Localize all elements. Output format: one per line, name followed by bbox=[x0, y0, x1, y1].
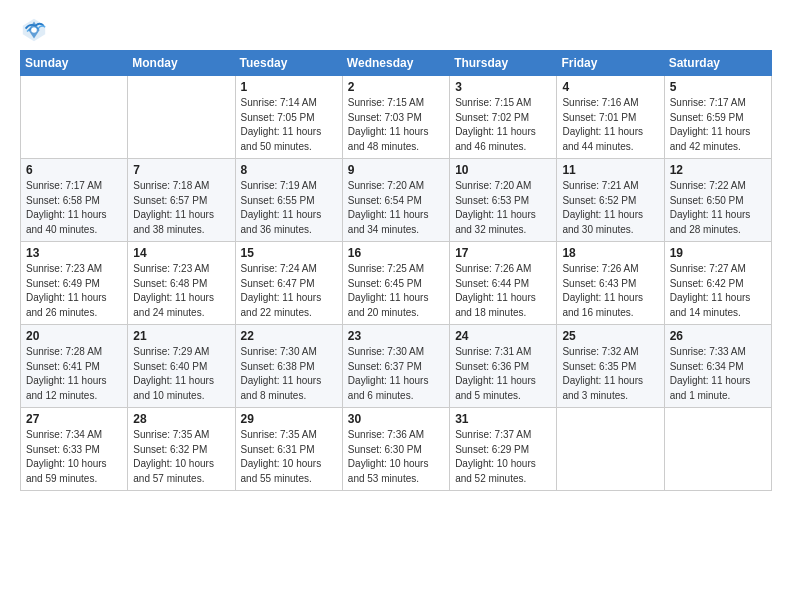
calendar-cell: 30 Sunrise: 7:36 AMSunset: 6:30 PMDaylig… bbox=[342, 408, 449, 491]
day-detail: Sunrise: 7:35 AMSunset: 6:31 PMDaylight:… bbox=[241, 429, 322, 484]
calendar-cell bbox=[557, 408, 664, 491]
day-number: 22 bbox=[241, 329, 337, 343]
day-number: 8 bbox=[241, 163, 337, 177]
calendar-cell: 23 Sunrise: 7:30 AMSunset: 6:37 PMDaylig… bbox=[342, 325, 449, 408]
day-number: 11 bbox=[562, 163, 658, 177]
day-number: 28 bbox=[133, 412, 229, 426]
day-number: 24 bbox=[455, 329, 551, 343]
calendar-cell: 16 Sunrise: 7:25 AMSunset: 6:45 PMDaylig… bbox=[342, 242, 449, 325]
calendar-cell: 4 Sunrise: 7:16 AMSunset: 7:01 PMDayligh… bbox=[557, 76, 664, 159]
calendar-cell: 22 Sunrise: 7:30 AMSunset: 6:38 PMDaylig… bbox=[235, 325, 342, 408]
day-detail: Sunrise: 7:15 AMSunset: 7:02 PMDaylight:… bbox=[455, 97, 536, 152]
day-number: 6 bbox=[26, 163, 122, 177]
day-detail: Sunrise: 7:17 AMSunset: 6:58 PMDaylight:… bbox=[26, 180, 107, 235]
day-number: 31 bbox=[455, 412, 551, 426]
calendar-weekday-thursday: Thursday bbox=[450, 51, 557, 76]
day-detail: Sunrise: 7:37 AMSunset: 6:29 PMDaylight:… bbox=[455, 429, 536, 484]
logo bbox=[20, 16, 52, 44]
day-number: 29 bbox=[241, 412, 337, 426]
calendar-cell: 25 Sunrise: 7:32 AMSunset: 6:35 PMDaylig… bbox=[557, 325, 664, 408]
day-detail: Sunrise: 7:25 AMSunset: 6:45 PMDaylight:… bbox=[348, 263, 429, 318]
calendar-weekday-wednesday: Wednesday bbox=[342, 51, 449, 76]
day-number: 5 bbox=[670, 80, 766, 94]
day-detail: Sunrise: 7:19 AMSunset: 6:55 PMDaylight:… bbox=[241, 180, 322, 235]
calendar-week-row: 20 Sunrise: 7:28 AMSunset: 6:41 PMDaylig… bbox=[21, 325, 772, 408]
day-number: 4 bbox=[562, 80, 658, 94]
day-detail: Sunrise: 7:20 AMSunset: 6:54 PMDaylight:… bbox=[348, 180, 429, 235]
day-detail: Sunrise: 7:27 AMSunset: 6:42 PMDaylight:… bbox=[670, 263, 751, 318]
day-number: 7 bbox=[133, 163, 229, 177]
calendar-cell: 29 Sunrise: 7:35 AMSunset: 6:31 PMDaylig… bbox=[235, 408, 342, 491]
day-detail: Sunrise: 7:24 AMSunset: 6:47 PMDaylight:… bbox=[241, 263, 322, 318]
header bbox=[20, 16, 772, 44]
day-detail: Sunrise: 7:33 AMSunset: 6:34 PMDaylight:… bbox=[670, 346, 751, 401]
calendar-cell: 24 Sunrise: 7:31 AMSunset: 6:36 PMDaylig… bbox=[450, 325, 557, 408]
day-detail: Sunrise: 7:23 AMSunset: 6:48 PMDaylight:… bbox=[133, 263, 214, 318]
calendar-cell: 17 Sunrise: 7:26 AMSunset: 6:44 PMDaylig… bbox=[450, 242, 557, 325]
calendar-cell: 20 Sunrise: 7:28 AMSunset: 6:41 PMDaylig… bbox=[21, 325, 128, 408]
calendar-cell bbox=[664, 408, 771, 491]
calendar-week-row: 1 Sunrise: 7:14 AMSunset: 7:05 PMDayligh… bbox=[21, 76, 772, 159]
calendar-cell: 11 Sunrise: 7:21 AMSunset: 6:52 PMDaylig… bbox=[557, 159, 664, 242]
day-number: 3 bbox=[455, 80, 551, 94]
calendar-weekday-monday: Monday bbox=[128, 51, 235, 76]
calendar-cell: 6 Sunrise: 7:17 AMSunset: 6:58 PMDayligh… bbox=[21, 159, 128, 242]
day-detail: Sunrise: 7:22 AMSunset: 6:50 PMDaylight:… bbox=[670, 180, 751, 235]
calendar-cell: 8 Sunrise: 7:19 AMSunset: 6:55 PMDayligh… bbox=[235, 159, 342, 242]
page: SundayMondayTuesdayWednesdayThursdayFrid… bbox=[0, 0, 792, 501]
day-number: 17 bbox=[455, 246, 551, 260]
calendar-week-row: 27 Sunrise: 7:34 AMSunset: 6:33 PMDaylig… bbox=[21, 408, 772, 491]
calendar-cell: 14 Sunrise: 7:23 AMSunset: 6:48 PMDaylig… bbox=[128, 242, 235, 325]
day-detail: Sunrise: 7:23 AMSunset: 6:49 PMDaylight:… bbox=[26, 263, 107, 318]
calendar-cell: 15 Sunrise: 7:24 AMSunset: 6:47 PMDaylig… bbox=[235, 242, 342, 325]
day-detail: Sunrise: 7:20 AMSunset: 6:53 PMDaylight:… bbox=[455, 180, 536, 235]
day-number: 27 bbox=[26, 412, 122, 426]
calendar-cell: 7 Sunrise: 7:18 AMSunset: 6:57 PMDayligh… bbox=[128, 159, 235, 242]
day-detail: Sunrise: 7:26 AMSunset: 6:43 PMDaylight:… bbox=[562, 263, 643, 318]
day-detail: Sunrise: 7:31 AMSunset: 6:36 PMDaylight:… bbox=[455, 346, 536, 401]
day-detail: Sunrise: 7:30 AMSunset: 6:37 PMDaylight:… bbox=[348, 346, 429, 401]
calendar-cell: 27 Sunrise: 7:34 AMSunset: 6:33 PMDaylig… bbox=[21, 408, 128, 491]
day-number: 30 bbox=[348, 412, 444, 426]
day-detail: Sunrise: 7:32 AMSunset: 6:35 PMDaylight:… bbox=[562, 346, 643, 401]
day-detail: Sunrise: 7:18 AMSunset: 6:57 PMDaylight:… bbox=[133, 180, 214, 235]
logo-icon bbox=[20, 16, 48, 44]
day-number: 12 bbox=[670, 163, 766, 177]
day-number: 14 bbox=[133, 246, 229, 260]
calendar-cell: 9 Sunrise: 7:20 AMSunset: 6:54 PMDayligh… bbox=[342, 159, 449, 242]
day-number: 26 bbox=[670, 329, 766, 343]
calendar-week-row: 6 Sunrise: 7:17 AMSunset: 6:58 PMDayligh… bbox=[21, 159, 772, 242]
calendar-weekday-sunday: Sunday bbox=[21, 51, 128, 76]
calendar-weekday-tuesday: Tuesday bbox=[235, 51, 342, 76]
day-number: 13 bbox=[26, 246, 122, 260]
calendar-cell: 19 Sunrise: 7:27 AMSunset: 6:42 PMDaylig… bbox=[664, 242, 771, 325]
day-detail: Sunrise: 7:34 AMSunset: 6:33 PMDaylight:… bbox=[26, 429, 107, 484]
day-detail: Sunrise: 7:36 AMSunset: 6:30 PMDaylight:… bbox=[348, 429, 429, 484]
day-detail: Sunrise: 7:26 AMSunset: 6:44 PMDaylight:… bbox=[455, 263, 536, 318]
calendar-cell: 10 Sunrise: 7:20 AMSunset: 6:53 PMDaylig… bbox=[450, 159, 557, 242]
day-number: 25 bbox=[562, 329, 658, 343]
day-detail: Sunrise: 7:29 AMSunset: 6:40 PMDaylight:… bbox=[133, 346, 214, 401]
day-number: 20 bbox=[26, 329, 122, 343]
day-detail: Sunrise: 7:15 AMSunset: 7:03 PMDaylight:… bbox=[348, 97, 429, 152]
day-detail: Sunrise: 7:16 AMSunset: 7:01 PMDaylight:… bbox=[562, 97, 643, 152]
calendar-cell: 12 Sunrise: 7:22 AMSunset: 6:50 PMDaylig… bbox=[664, 159, 771, 242]
day-number: 10 bbox=[455, 163, 551, 177]
day-number: 9 bbox=[348, 163, 444, 177]
day-detail: Sunrise: 7:28 AMSunset: 6:41 PMDaylight:… bbox=[26, 346, 107, 401]
calendar-table: SundayMondayTuesdayWednesdayThursdayFrid… bbox=[20, 50, 772, 491]
day-number: 2 bbox=[348, 80, 444, 94]
calendar-cell: 31 Sunrise: 7:37 AMSunset: 6:29 PMDaylig… bbox=[450, 408, 557, 491]
day-detail: Sunrise: 7:21 AMSunset: 6:52 PMDaylight:… bbox=[562, 180, 643, 235]
calendar-weekday-saturday: Saturday bbox=[664, 51, 771, 76]
calendar-cell bbox=[128, 76, 235, 159]
calendar-cell: 18 Sunrise: 7:26 AMSunset: 6:43 PMDaylig… bbox=[557, 242, 664, 325]
calendar-weekday-friday: Friday bbox=[557, 51, 664, 76]
calendar-week-row: 13 Sunrise: 7:23 AMSunset: 6:49 PMDaylig… bbox=[21, 242, 772, 325]
calendar-cell: 5 Sunrise: 7:17 AMSunset: 6:59 PMDayligh… bbox=[664, 76, 771, 159]
calendar-cell: 1 Sunrise: 7:14 AMSunset: 7:05 PMDayligh… bbox=[235, 76, 342, 159]
day-number: 16 bbox=[348, 246, 444, 260]
day-detail: Sunrise: 7:17 AMSunset: 6:59 PMDaylight:… bbox=[670, 97, 751, 152]
calendar-cell: 21 Sunrise: 7:29 AMSunset: 6:40 PMDaylig… bbox=[128, 325, 235, 408]
calendar-cell: 3 Sunrise: 7:15 AMSunset: 7:02 PMDayligh… bbox=[450, 76, 557, 159]
